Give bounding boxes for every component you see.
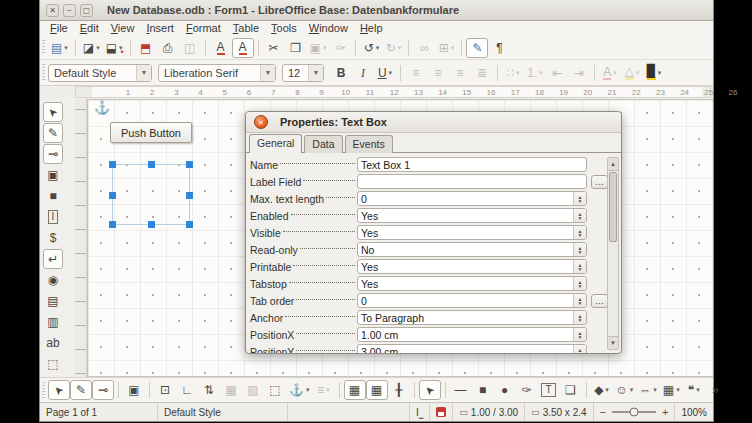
zoom-track[interactable] [612,411,656,413]
close-button[interactable]: ✕ [46,4,59,17]
selection-handle-sw[interactable] [109,221,116,228]
menu-item[interactable]: View [105,21,141,36]
more-drawing[interactable]: »▾ [705,380,727,400]
copy[interactable]: ❐▾ [285,38,307,58]
selection-handle-n[interactable] [148,161,155,168]
menu-item[interactable]: Tools [265,21,303,36]
spinner-buttons[interactable]: ▲▼ [573,311,586,324]
maximize-button[interactable]: ▢ [80,4,93,17]
combo-arrow-icon[interactable]: ▼ [136,65,151,81]
property-field[interactable]: 0 ▲▼ [357,293,587,308]
tab-data[interactable]: Data [304,135,342,153]
property-value[interactable]: No [358,244,573,256]
dropdown-arrow-icon[interactable]: ▾ [96,44,100,52]
combo-arrow-icon[interactable]: ▼ [260,65,275,81]
anchor[interactable]: ⚓▾ [286,380,313,400]
select[interactable]: ➤▾ [43,102,63,122]
option-button[interactable]: ◉▾ [43,270,63,290]
control-properties[interactable]: ⊡▾ [154,380,176,400]
menu-item[interactable]: File [44,21,74,36]
dialog-close-button[interactable]: ✕ [254,115,268,129]
scrollbar-thumb[interactable] [609,172,617,242]
property-value[interactable]: Yes [358,278,573,290]
helplines-while-moving[interactable]: ╂▾ [388,380,410,400]
dropdown-arrow-icon[interactable]: ▾ [119,44,123,52]
activation-order[interactable]: ⇅▾ [198,380,220,400]
italic[interactable]: I▾ [352,63,374,83]
control-wizards[interactable]: ⊸▾ [92,380,114,400]
property-field[interactable]: 1.00 cm ▲▼ [357,327,587,342]
property-field[interactable]: Yes ▲▼ [357,276,587,291]
spinner-buttons[interactable]: ▲▼ [573,260,586,273]
cut[interactable]: ✂▾ [263,38,285,58]
property-field[interactable]: Yes ▲▼ [357,208,587,223]
menu-item[interactable]: Insert [140,21,180,36]
insert-text-box[interactable]: T▾ [538,380,560,400]
ellipsis-button[interactable]: … [591,175,608,189]
dialog-scrollbar[interactable]: ▲ ▼ [607,157,619,350]
position-and-size[interactable]: ∟▾ [176,380,198,400]
spinner-buttons[interactable]: ▲▼ [573,277,586,290]
spelling[interactable]: A▾ [210,38,232,58]
property-value[interactable]: Yes [358,261,573,273]
property-field[interactable]: No ▲▼ [357,242,587,257]
justify[interactable]: ≣▾ [471,63,493,83]
selected-text-box-control[interactable] [112,164,190,225]
flowchart[interactable]: ▦▾ [660,380,683,400]
property-value[interactable]: Yes [358,227,573,239]
form-design[interactable]: ▣▾ [123,380,145,400]
spinner-buttons[interactable]: ▲▼ [573,192,586,205]
selection-handle-se[interactable] [186,221,193,228]
property-field[interactable]: Text Box 1 ▲▼ [357,157,587,172]
insert-frame[interactable]: ❏▾ [560,380,582,400]
undo[interactable]: ↺▾ [360,38,382,58]
tab-general[interactable]: General [249,134,302,153]
open-in-design-mode[interactable]: ⬚▾ [264,380,286,400]
dropdown-arrow-icon[interactable]: ▾ [539,69,543,77]
paste[interactable]: ▣▾ [307,38,330,58]
decrease-indent[interactable]: ⇤▾ [546,63,568,83]
minimize-button[interactable]: − [63,4,76,17]
spinner-buttons[interactable]: ▲▼ [573,209,586,222]
formatted-field[interactable]: ↵▾ [43,249,63,269]
font-color[interactable]: A▾ [599,63,621,83]
tab-events[interactable]: Events [345,135,393,153]
property-value[interactable]: 0 [358,295,573,307]
menu-item[interactable]: Table [227,21,265,36]
freeform-line[interactable]: ✑▾ [516,380,538,400]
new-document[interactable]: ▤▾ [48,38,71,58]
list-box[interactable]: ▤▾ [43,291,63,311]
redo[interactable]: ↻▾ [382,38,404,58]
design-mode[interactable]: ✎▾ [466,38,488,58]
numbered-list[interactable]: 1.▾ [524,63,546,83]
callouts[interactable]: ❝▾ [683,380,705,400]
currency-field[interactable]: $▾ [43,228,63,248]
design-mode[interactable]: ✎▾ [43,123,63,143]
font-name-combo[interactable]: Liberation Serif ▼ [158,64,276,82]
insert-table[interactable]: ⊞▾ [435,38,457,58]
selection-handle-ne[interactable] [186,161,193,168]
text-box[interactable]: I▾ [43,207,63,227]
property-value[interactable]: To Paragraph [358,312,573,324]
export-pdf[interactable]: ⬒▾ [135,38,157,58]
property-value[interactable]: Yes [358,210,573,222]
increase-indent[interactable]: ⇥▾ [568,63,590,83]
align-center[interactable]: ≡▾ [427,63,449,83]
property-field[interactable]: 3.00 cm ▲▼ [357,344,587,353]
group-box[interactable]: ⬚▾ [43,354,63,374]
dropdown-arrow-icon[interactable]: ▾ [636,69,640,77]
select[interactable]: ➤▾ [419,380,441,400]
dropdown-arrow-icon[interactable]: ▾ [613,69,617,77]
spinner-buttons[interactable]: ▲▼ [573,345,586,353]
dropdown-arrow-icon[interactable]: ▾ [323,44,327,52]
property-field[interactable]: To Paragraph ▲▼ [357,310,587,325]
label-field[interactable]: ab▾ [43,333,63,353]
ellipsis-button[interactable]: … [591,294,608,308]
horizontal-ruler[interactable]: 1234567891011121314151617181920212223242… [75,86,711,98]
formatting-marks[interactable]: ¶▾ [488,38,510,58]
open[interactable]: ◪▾ [80,38,103,58]
insert-line[interactable]: ―▾ [450,380,472,400]
dropdown-arrow-icon[interactable]: ▾ [326,386,330,394]
property-field[interactable]: 0 ▲▼ [357,191,587,206]
display-grid[interactable]: ▦▾ [344,380,366,400]
